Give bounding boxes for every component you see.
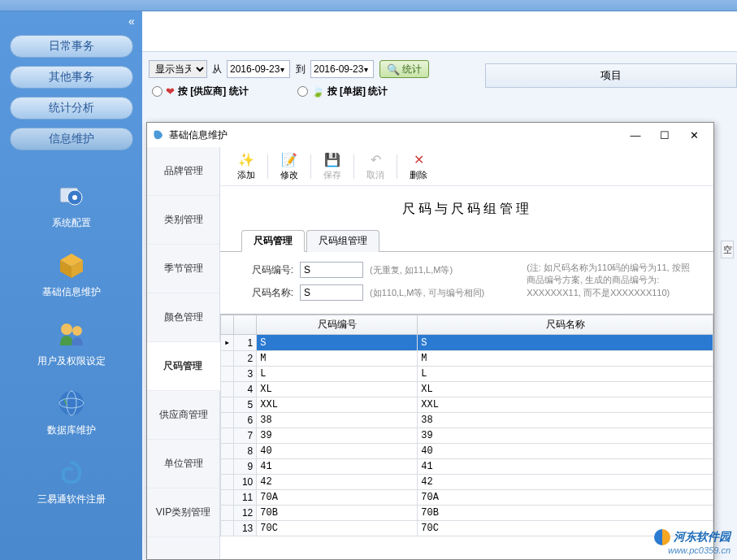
radio-supplier[interactable]: ❤按 [供应商] 统计 <box>152 85 249 98</box>
sidebar-item-db[interactable]: 数据库维护 <box>47 386 96 437</box>
toolbar-save-button: 💾保存 <box>314 150 350 184</box>
cube-icon <box>54 248 89 282</box>
code-hint: (无重复, 如11,L,M等) <box>370 264 453 276</box>
close-button[interactable]: ✕ <box>679 125 709 145</box>
table-row[interactable]: 1270B70B <box>221 506 713 521</box>
size-grid[interactable]: 尺码编号 尺码名称 ▸1SS2MM3LL4XLXL5XXLXXL63838739… <box>220 315 713 536</box>
table-row[interactable]: 4XLXL <box>221 382 713 397</box>
toolbar-add-button[interactable]: ✨添加 <box>228 150 264 184</box>
nav-daily[interactable]: 日常事务 <box>10 35 133 58</box>
from-label: 从 <box>212 63 222 76</box>
table-row[interactable]: 94141 <box>221 459 713 475</box>
nav-stats[interactable]: 统计分析 <box>10 97 133 119</box>
search-icon: 🔍 <box>387 63 400 76</box>
dialog-sidebar-item[interactable]: 季节管理 <box>147 245 219 293</box>
dialog-toolbar: ✨添加📝修改💾保存↶取消✕删除 <box>220 147 713 186</box>
name-hint: (如110,L,M等, 可与编号相同) <box>370 287 484 299</box>
grid-wrap[interactable]: 尺码编号 尺码名称 ▸1SS2MM3LL4XLXL5XXLXXL63838739… <box>220 314 713 559</box>
baseinfo-dialog: 基础信息维护 ― ☐ ✕ 品牌管理类别管理季节管理颜色管理尺码管理供应商管理单位… <box>146 122 714 560</box>
nav-other[interactable]: 其他事务 <box>10 66 133 89</box>
dropdown-icon[interactable]: ▾ <box>280 65 284 74</box>
radio-bill[interactable]: 🍃按 [单据] 统计 <box>297 85 388 98</box>
to-label: 到 <box>296 63 306 76</box>
sidebar-label: 三易通软件注册 <box>37 493 106 506</box>
toolbar-icon: ↶ <box>371 152 381 168</box>
col-name-header[interactable]: 尺码名称 <box>418 315 713 335</box>
dialog-sidebar-item[interactable]: 品牌管理 <box>147 147 219 196</box>
table-row[interactable]: 84040 <box>221 444 713 459</box>
app-titlebar <box>0 0 737 11</box>
table-row[interactable]: 73939 <box>221 428 713 444</box>
table-row[interactable]: ▸1SS <box>221 335 713 351</box>
display-range-select[interactable]: 显示当天 <box>149 60 207 78</box>
sidebar-label: 基础信息维护 <box>42 285 101 299</box>
table-row[interactable]: 3LL <box>221 367 713 382</box>
svg-point-2 <box>72 195 77 200</box>
col-code-header[interactable]: 尺码编号 <box>257 315 418 335</box>
sidebar-label: 数据库维护 <box>47 423 96 437</box>
toolbar-icon: 💾 <box>324 152 340 168</box>
dialog-sidebar-item[interactable]: 尺码管理 <box>147 342 220 391</box>
sidebar-item-register[interactable]: 三易通软件注册 <box>37 455 106 506</box>
tab-row: 尺码管理 尺码组管理 <box>220 229 713 252</box>
sidebar-label: 系统配置 <box>52 216 91 230</box>
table-row[interactable]: 1370C70C <box>221 521 713 536</box>
gear-icon <box>54 179 89 213</box>
dialog-sidebar-item[interactable]: 类别管理 <box>147 196 219 245</box>
maximize-button[interactable]: ☐ <box>650 125 679 145</box>
code-label: 尺码编号: <box>245 263 293 277</box>
red-dot-icon: ❤ <box>166 85 175 98</box>
project-column-header: 项目 <box>485 63 737 88</box>
empty-cell: 空 <box>721 241 734 258</box>
dialog-titlebar[interactable]: 基础信息维护 ― ☐ ✕ <box>147 123 713 147</box>
dialog-sidebar-item[interactable]: VIP类别管理 <box>147 488 219 537</box>
table-row[interactable]: 63838 <box>221 413 713 428</box>
dropdown-icon[interactable]: ▾ <box>364 65 368 74</box>
sidebar-item-baseinfo[interactable]: 基础信息维护 <box>42 248 101 299</box>
dialog-sidebar-item[interactable]: 颜色管理 <box>147 293 219 342</box>
svg-point-8 <box>59 391 84 415</box>
dialog-heading: 尺码与尺码组管理 <box>220 186 713 229</box>
table-row[interactable]: 104242 <box>221 475 713 490</box>
toolbar-delete-button[interactable]: ✕删除 <box>401 150 436 184</box>
dialog-sidebar-item[interactable]: 供应商管理 <box>147 391 219 440</box>
sidebar-collapse-icon[interactable]: « <box>128 15 135 28</box>
toolbar-cancel-button: ↶取消 <box>358 150 393 184</box>
dialog-title-text: 基础信息维护 <box>169 128 228 142</box>
table-row[interactable]: 1170A70A <box>221 490 713 506</box>
tab-size[interactable]: 尺码管理 <box>241 230 305 252</box>
leaf-icon: 🍃 <box>311 85 324 98</box>
tab-sizegroup[interactable]: 尺码组管理 <box>306 230 379 252</box>
toolbar-icon: ✨ <box>238 152 254 168</box>
toolbar-edit-button[interactable]: 📝修改 <box>271 150 307 184</box>
sidebar-item-users[interactable]: 用户及权限设定 <box>37 317 106 368</box>
toolbar-icon: 📝 <box>281 152 297 168</box>
stat-button[interactable]: 🔍统计 <box>379 60 429 78</box>
svg-point-7 <box>72 326 82 336</box>
table-row[interactable]: 5XXLXXL <box>221 397 713 413</box>
name-input[interactable] <box>300 284 363 301</box>
users-icon <box>54 317 89 351</box>
toolbar-icon: ✕ <box>414 152 424 168</box>
globe-icon <box>54 386 89 420</box>
main-sidebar: « 日常事务 其他事务 统计分析 信息维护 系统配置 基础信息维护 用户及权限设… <box>0 11 142 560</box>
svg-point-6 <box>61 323 72 335</box>
dialog-sidebar: 品牌管理类别管理季节管理颜色管理尺码管理供应商管理单位管理VIP类别管理 <box>147 147 220 559</box>
swirl-icon <box>54 455 89 489</box>
name-label: 尺码名称: <box>245 286 293 300</box>
sidebar-label: 用户及权限设定 <box>37 354 106 368</box>
code-input[interactable] <box>300 262 363 278</box>
form-note: (注: 如尺码名称为110码的编号为11, 按照商品编号方案, 生成的商品编号为… <box>527 262 697 307</box>
dialog-sidebar-item[interactable]: 单位管理 <box>147 440 219 488</box>
nav-info[interactable]: 信息维护 <box>10 128 133 150</box>
table-row[interactable]: 2MM <box>221 351 713 367</box>
app-icon <box>152 128 165 141</box>
minimize-button[interactable]: ― <box>621 125 650 145</box>
sidebar-item-sysconfig[interactable]: 系统配置 <box>52 179 91 230</box>
